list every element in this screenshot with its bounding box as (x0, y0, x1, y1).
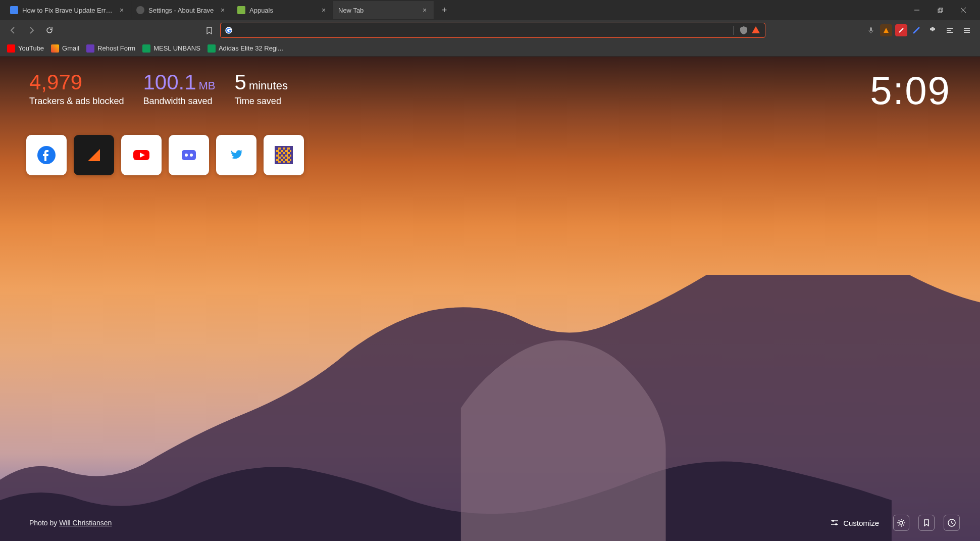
address-input[interactable] (237, 26, 730, 34)
tab-1[interactable]: Settings - About Brave × (131, 1, 232, 19)
minimize-button[interactable] (905, 1, 929, 19)
stat-bandwidth: 100.1 MB Bandwidth saved (143, 71, 215, 107)
discord-icon (180, 146, 198, 164)
close-icon[interactable]: × (320, 6, 328, 14)
back-button[interactable] (6, 23, 20, 37)
stats-row: 4,979 Trackers & ads blocked 100.1 MB Ba… (0, 57, 980, 107)
sliders-icon (830, 518, 839, 527)
history-icon (947, 518, 956, 527)
extension-red-icon[interactable] (895, 24, 907, 36)
orange-triangle-icon (85, 146, 103, 164)
tile-pixel-game[interactable] (264, 135, 304, 175)
stat-label: Time saved (235, 96, 288, 107)
address-bar[interactable] (220, 23, 765, 38)
stat-label: Trackers & ads blocked (29, 96, 124, 107)
new-tab-button[interactable]: + (437, 3, 451, 17)
toolbar (0, 20, 980, 40)
brave-rewards-icon[interactable] (751, 25, 761, 35)
bookmarks-widget-button[interactable] (918, 515, 935, 531)
history-button[interactable] (944, 515, 960, 531)
forward-button[interactable] (24, 23, 38, 37)
svg-point-17 (190, 154, 193, 157)
tab-0[interactable]: How to Fix Brave Update Error 0x8... × (5, 1, 131, 19)
gear-icon (897, 518, 906, 527)
bookmark-label: Rehost Form (97, 44, 135, 52)
twitter-icon (227, 146, 245, 164)
tile-twitter[interactable] (216, 135, 256, 175)
window-controls (905, 1, 975, 19)
bookmark-adidas[interactable]: Adidas Elite 32 Regi... (208, 44, 283, 53)
stat-value: 4,979 (29, 71, 124, 94)
svg-point-21 (835, 523, 837, 525)
tile-discord[interactable] (169, 135, 209, 175)
settings-icon (136, 6, 144, 14)
stat-time: 5 minutes Time saved (235, 71, 288, 107)
stat-value: 100.1 MB (143, 71, 215, 94)
bookmark-label: MESL UNBANS (153, 44, 200, 52)
sidebar-button[interactable] (943, 23, 957, 37)
top-sites (0, 107, 980, 175)
sheets-icon (142, 44, 150, 53)
tab-title: How to Fix Brave Update Error 0x8... (22, 7, 115, 14)
tile-site-orange[interactable] (74, 135, 114, 175)
svg-point-16 (185, 154, 188, 157)
close-icon[interactable]: × (219, 6, 227, 14)
bookmark-label: Gmail (62, 44, 79, 52)
bookmark-label: Adidas Elite 32 Regi... (219, 44, 283, 52)
stat-trackers: 4,979 Trackers & ads blocked (29, 71, 124, 107)
extension-blue-icon[interactable] (910, 24, 922, 36)
tab-3-active[interactable]: New Tab × (333, 1, 434, 19)
sheets-icon (208, 44, 216, 53)
extensions-button[interactable] (925, 23, 940, 37)
gmail-icon (51, 44, 59, 53)
svg-rect-1 (938, 9, 942, 13)
tile-facebook[interactable] (26, 135, 67, 175)
bookmark-youtube[interactable]: YouTube (7, 44, 44, 53)
bookmark-gmail[interactable]: Gmail (51, 44, 79, 53)
stat-value: 5 minutes (235, 71, 288, 94)
divider (733, 26, 734, 35)
appuals-icon (237, 6, 245, 14)
svg-rect-6 (870, 27, 872, 31)
close-window-button[interactable] (952, 1, 975, 19)
tab-bar: How to Fix Brave Update Error 0x8... × S… (0, 0, 980, 20)
svg-rect-15 (182, 150, 196, 160)
toolbar-right (865, 23, 974, 37)
tile-youtube[interactable] (121, 135, 162, 175)
clock: 5:09 (870, 68, 951, 114)
tab-title: New Tab (338, 7, 418, 14)
photo-author-link[interactable]: Will Christiansen (59, 519, 112, 527)
svg-rect-2 (939, 8, 943, 12)
shields-icon[interactable] (739, 25, 749, 35)
svg-point-22 (900, 521, 903, 524)
tab-title: Settings - About Brave (148, 7, 216, 14)
main-menu-button[interactable] (960, 23, 974, 37)
bookmark-mesl-unbans[interactable]: MESL UNBANS (142, 44, 200, 53)
youtube-icon (7, 44, 15, 53)
photo-credit: Photo by Will Christiansen (29, 519, 112, 527)
bookmark-label: YouTube (18, 44, 44, 52)
extension-orange-icon[interactable] (880, 24, 892, 36)
extension-mic-icon[interactable] (865, 24, 877, 36)
new-tab-page: 4,979 Trackers & ads blocked 100.1 MB Ba… (0, 57, 980, 541)
bookmark-page-button[interactable] (202, 23, 216, 37)
tab-title: Appuals (249, 7, 317, 14)
customize-button[interactable]: Customize (825, 515, 884, 530)
bookmarks-bar: YouTube Gmail Rehost Form MESL UNBANS Ad… (0, 40, 980, 57)
bookmark-icon (922, 519, 931, 527)
reload-button[interactable] (42, 23, 57, 37)
stat-label: Bandwidth saved (143, 96, 215, 107)
tab-2[interactable]: Appuals × (232, 1, 333, 19)
pixel-icon (275, 146, 293, 164)
settings-button[interactable] (893, 515, 909, 531)
maximize-button[interactable] (929, 1, 952, 19)
facebook-icon (37, 146, 56, 164)
google-icon (225, 26, 233, 34)
bookmark-rehost-form[interactable]: Rehost Form (86, 44, 135, 53)
mountain-background (0, 275, 980, 541)
docs-icon (10, 6, 18, 14)
svg-point-19 (832, 520, 834, 522)
youtube-icon (132, 146, 150, 164)
close-icon[interactable]: × (421, 6, 429, 14)
close-icon[interactable]: × (118, 6, 126, 14)
